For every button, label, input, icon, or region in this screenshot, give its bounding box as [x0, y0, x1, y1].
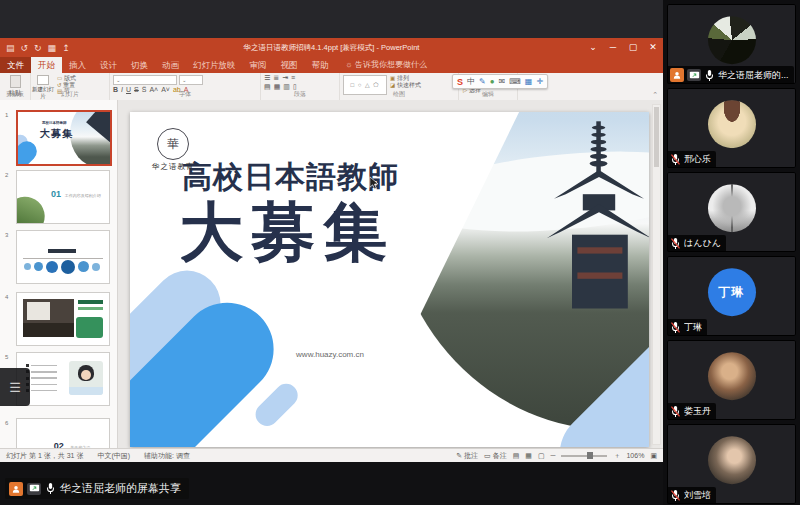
- ime-toolbox-icon[interactable]: ▦: [525, 77, 533, 86]
- new-slide-icon: [37, 75, 49, 85]
- accessibility-status[interactable]: 辅助功能: 调查: [144, 451, 190, 461]
- thumbnail-slide-3[interactable]: [16, 230, 110, 284]
- slide-website-url[interactable]: www.huazy.com.cn: [296, 350, 364, 359]
- avatar: [708, 16, 756, 64]
- tab-insert[interactable]: 插入: [62, 57, 93, 73]
- powerpoint-window: ▤ ↺ ↻ ▦ ↥ 华之语日语教师招聘4.1.4ppt [兼容模式] - Pow…: [0, 38, 663, 462]
- ime-mode-toggle[interactable]: 中: [467, 76, 475, 87]
- participant-name: 娄玉丹: [684, 405, 711, 418]
- redo-icon[interactable]: ↻: [34, 43, 42, 53]
- presenter-badge-icon: [670, 68, 684, 82]
- ime-emoji-icon[interactable]: ●: [490, 77, 495, 86]
- tab-view[interactable]: 视图: [274, 57, 305, 73]
- sidebar-toggle-handle[interactable]: ☰: [0, 368, 30, 406]
- slide-number: 4: [5, 294, 8, 300]
- mic-muted-icon: [670, 489, 681, 502]
- presenter-badge-icon: [9, 482, 23, 496]
- ribbon-tabs: 文件 开始 插入 设计 切换 动画 幻灯片放映 审阅 视图 帮助 ☼ 告诉我你想…: [0, 57, 663, 73]
- tell-me-box[interactable]: ☼ 告诉我你想要做什么: [346, 57, 428, 73]
- mic-muted-icon: [670, 153, 681, 166]
- ime-pen-icon[interactable]: ✎: [479, 77, 486, 86]
- zoom-level[interactable]: 106%: [626, 452, 644, 459]
- participant-tile-1[interactable]: 华之语屈老师的...: [667, 4, 796, 84]
- tab-home[interactable]: 开始: [31, 57, 62, 73]
- ppt-ribbon: 文件 开始 插入 设计 切换 动画 幻灯片放映 审阅 视图 帮助 ☼ 告诉我你想…: [0, 57, 663, 101]
- participant-name: 邢心乐: [684, 153, 711, 166]
- quick-access-toolbar[interactable]: ▤ ↺ ↻ ▦ ↥: [6, 43, 70, 53]
- participant-name: 丁琳: [684, 321, 702, 334]
- sogou-ime-bar[interactable]: S 中 ✎ ● ✉ ⌨ ▦ ✛: [452, 74, 548, 89]
- tab-transitions[interactable]: 切换: [124, 57, 155, 73]
- participant-name: 刘雪培: [684, 489, 711, 502]
- ime-mail-icon[interactable]: ✉: [499, 77, 506, 86]
- participant-tile-5[interactable]: 娄玉丹: [667, 340, 796, 420]
- undo-icon[interactable]: ↺: [21, 43, 29, 53]
- participant-tile-2[interactable]: 邢心乐: [667, 88, 796, 168]
- close-button[interactable]: ✕: [643, 38, 663, 57]
- tab-slideshow[interactable]: 幻灯片放映: [186, 57, 243, 73]
- participant-tile-4[interactable]: 丁琳 丁琳: [667, 256, 796, 336]
- mic-icon: [45, 482, 56, 495]
- font-name-select[interactable]: ⌄: [113, 75, 177, 85]
- indent-icon: ⇥: [282, 74, 288, 82]
- avatar: [708, 352, 756, 400]
- clipboard-icon: [10, 75, 21, 88]
- mic-muted-icon: [670, 321, 681, 334]
- collapse-ribbon-icon[interactable]: ⌃: [652, 91, 658, 99]
- tab-file[interactable]: 文件: [0, 57, 31, 73]
- ppt-statusbar: 幻灯片 第 1 张，共 31 张 中文(中国) 辅助功能: 调查 ✎ 批注 ▭ …: [0, 448, 663, 462]
- language-indicator[interactable]: 中文(中国): [97, 451, 130, 461]
- window-title: 华之语日语教师招聘4.1.4ppt [兼容模式] - PowerPoint: [244, 43, 420, 53]
- notes-button[interactable]: ▭ 备注: [484, 451, 507, 461]
- ribbon-display-icon[interactable]: ⌄: [583, 38, 603, 57]
- ime-skin-icon[interactable]: ✛: [536, 77, 543, 86]
- zoom-in-icon[interactable]: ＋: [613, 451, 620, 461]
- tab-review[interactable]: 审阅: [243, 57, 274, 73]
- slide-number: 5: [5, 354, 8, 360]
- thumbnail-slide-2[interactable]: 01 工作内容及福利介绍: [16, 170, 110, 224]
- thumbnail-slide-4[interactable]: [16, 292, 110, 346]
- fit-to-window-icon[interactable]: ▣: [650, 452, 657, 460]
- ppt-titlebar: ▤ ↺ ↻ ▦ ↥ 华之语日语教师招聘4.1.4ppt [兼容模式] - Pow…: [0, 38, 663, 57]
- meeting-window: ▤ ↺ ↻ ▦ ↥ 华之语日语教师招聘4.1.4ppt [兼容模式] - Pow…: [0, 0, 800, 505]
- sogou-logo-icon[interactable]: S: [457, 77, 463, 87]
- mic-muted-icon: [670, 405, 681, 418]
- clipboard-group: 粘贴 剪贴板: [0, 73, 31, 100]
- thumbnail-slide-6[interactable]: 02 关于华之语: [16, 418, 110, 449]
- company-logo: 華 华之语教育: [152, 128, 195, 172]
- slide-title-line2[interactable]: 大募集: [179, 189, 395, 276]
- vertical-scrollbar[interactable]: [652, 104, 661, 445]
- zoom-slider[interactable]: [561, 455, 607, 457]
- meeting-topbar: [0, 0, 663, 38]
- tab-help[interactable]: 帮助: [305, 57, 336, 73]
- mic-on-icon: [704, 69, 715, 82]
- participant-name: 华之语屈老师的...: [718, 69, 789, 82]
- participant-tile-6[interactable]: 刘雪培: [667, 424, 796, 504]
- slideshow-icon[interactable]: ▦: [48, 43, 57, 53]
- slide-canvas[interactable]: 華 华之语教育 高校日本語教師 大募集 www.huazy.com.cn: [130, 112, 649, 447]
- restore-button[interactable]: ▢: [623, 38, 643, 57]
- tab-animations[interactable]: 动画: [155, 57, 186, 73]
- zoom-out-icon[interactable]: ─: [551, 452, 556, 459]
- comments-button[interactable]: ✎ 批注: [456, 451, 478, 461]
- participant-tile-3[interactable]: はんひん: [667, 172, 796, 252]
- mini-avatar-illustration: [69, 361, 104, 394]
- drawing-group: □ ○ △ ⬠ ▣ 排列 ◪ 快速样式 绘图: [340, 73, 459, 100]
- ime-keyboard-icon[interactable]: ⌨: [509, 77, 521, 86]
- list-buttons[interactable]: ☰≣⇥≡: [261, 73, 339, 82]
- tab-design[interactable]: 设计: [93, 57, 124, 73]
- minimize-button[interactable]: ─: [603, 38, 623, 57]
- mini-leaf-photo: [16, 189, 53, 224]
- view-sorter-icon[interactable]: ▦: [525, 452, 532, 460]
- save-icon[interactable]: ▤: [6, 43, 15, 53]
- customize-icon[interactable]: ↥: [62, 43, 70, 53]
- quick-styles-button[interactable]: ◪ 快速样式: [390, 82, 421, 89]
- font-size-select[interactable]: ⌄: [179, 75, 203, 85]
- slides-group: 新建幻灯片 ▭ 版式 ↺ 重置 ▤ 节 幻灯片: [31, 73, 110, 100]
- avatar: [708, 184, 756, 232]
- thumbnail-slide-1[interactable]: 高校日本語教師 大募集: [16, 110, 112, 166]
- thumbnail-slide-5[interactable]: [16, 352, 110, 406]
- view-normal-icon[interactable]: ▤: [513, 452, 520, 460]
- view-reading-icon[interactable]: ▢: [538, 452, 545, 460]
- pagoda-silhouette: [545, 114, 649, 314]
